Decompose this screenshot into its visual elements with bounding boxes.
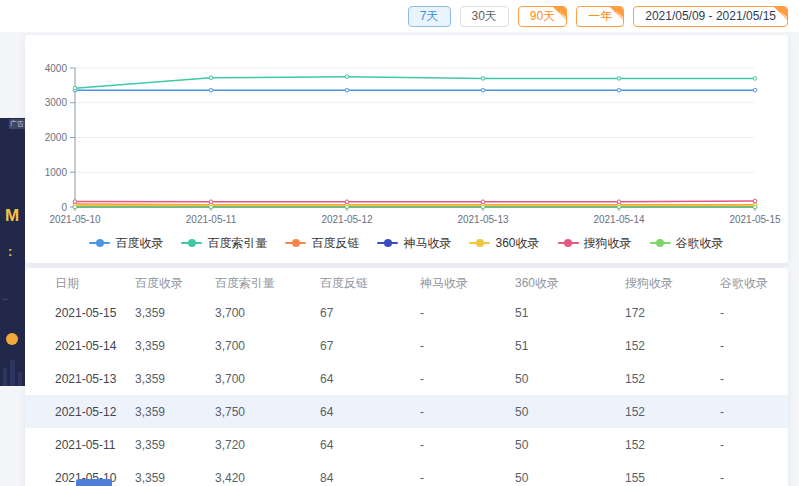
table-cell: 152: [625, 438, 720, 452]
table-cell: 3,359: [135, 438, 215, 452]
data-point: [345, 88, 349, 92]
table-cell: -: [420, 372, 515, 386]
table-cell: 3,359: [135, 372, 215, 386]
table-header-cell: 搜狗收录: [625, 275, 720, 292]
table-cell: 152: [625, 405, 720, 419]
legend-item-360收录[interactable]: 360收录: [469, 235, 539, 252]
data-point: [73, 86, 77, 90]
table-cell: 50: [515, 405, 625, 419]
ad-tag-label: 广告: [9, 119, 25, 129]
series-line-百度索引量: [75, 77, 755, 88]
ad-text-fragment: …: [2, 294, 9, 301]
side-ad-banner[interactable]: 广告 M : …: [0, 118, 25, 386]
legend-label: 谷歌收录: [676, 235, 724, 252]
range-button-90d[interactable]: 90天 VIP: [518, 6, 567, 27]
legend-item-谷歌收录[interactable]: 谷歌收录: [650, 235, 724, 252]
data-point: [481, 77, 485, 81]
ad-text-fragment: :: [8, 244, 12, 259]
table-cell: 152: [625, 339, 720, 353]
legend-marker-icon: [285, 239, 306, 247]
data-point: [209, 76, 213, 80]
data-point: [209, 200, 213, 204]
table-header-cell: 百度反链: [320, 275, 420, 292]
bottom-cutoff-button[interactable]: [76, 479, 112, 486]
table-cell: -: [720, 339, 788, 353]
table-cell: 51: [515, 306, 625, 320]
data-point: [617, 200, 621, 204]
legend-marker-icon: [89, 239, 110, 247]
legend-label: 360收录: [495, 235, 539, 252]
x-axis-label: 2021-05-11: [186, 214, 237, 225]
legend-label: 百度索引量: [207, 235, 267, 252]
range-button-1y[interactable]: 一年 VIP: [576, 6, 624, 27]
index-trend-chart-card: 010002000300040002021-05-102021-05-11202…: [25, 35, 788, 263]
data-point: [753, 205, 757, 209]
x-axis-label: 2021-05-14: [593, 214, 645, 225]
table-cell: 172: [625, 306, 720, 320]
legend-marker-icon: [181, 239, 202, 247]
ad-building-shape: [3, 368, 7, 386]
table-cell: 51: [515, 339, 625, 353]
table-row[interactable]: 2021-05-153,3593,70067-51172-: [25, 296, 788, 329]
legend-label: 百度收录: [115, 235, 163, 252]
legend-marker-icon: [650, 239, 671, 247]
table-cell: 3,700: [215, 372, 320, 386]
vip-ribbon-icon: VIP: [609, 6, 624, 21]
table-header-cell: 百度收录: [135, 275, 215, 292]
table-cell: 155: [625, 471, 720, 485]
legend-item-搜狗收录[interactable]: 搜狗收录: [558, 235, 632, 252]
data-point: [73, 205, 77, 209]
range-button-30d[interactable]: 30天: [460, 6, 509, 27]
table-row[interactable]: 2021-05-123,3593,75064-50152-: [25, 395, 788, 428]
table-row[interactable]: 2021-05-113,3593,72064-50152-: [25, 428, 788, 461]
table-cell: 64: [320, 405, 420, 419]
data-point: [753, 77, 757, 81]
x-axis-label: 2021-05-10: [49, 214, 101, 225]
series-line-搜狗收录: [75, 201, 755, 202]
ad-building-shape: [10, 360, 15, 386]
legend-item-百度反链[interactable]: 百度反链: [285, 235, 359, 252]
table-row[interactable]: 2021-05-133,3593,70064-50152-: [25, 362, 788, 395]
data-point: [753, 199, 757, 203]
legend-label: 搜狗收录: [584, 235, 632, 252]
legend-label: 百度反链: [311, 235, 359, 252]
table-cell: 64: [320, 438, 420, 452]
table-cell: -: [420, 471, 515, 485]
x-axis-label: 2021-05-12: [321, 214, 373, 225]
date-range-value: 2021/05/09 - 2021/05/15: [645, 9, 776, 23]
vip-ribbon-icon: VIP: [773, 6, 788, 21]
range-button-7d[interactable]: 7天: [408, 6, 451, 27]
table-cell: 3,359: [135, 471, 215, 485]
table-cell: -: [420, 339, 515, 353]
x-axis-label: 2021-05-15: [729, 214, 781, 225]
table-cell: 3,700: [215, 306, 320, 320]
table-cell: 3,420: [215, 471, 320, 485]
legend-item-神马收录[interactable]: 神马收录: [377, 235, 451, 252]
legend-marker-icon: [377, 239, 398, 247]
table-cell: -: [420, 405, 515, 419]
table-cell: 152: [625, 372, 720, 386]
legend-item-百度索引量[interactable]: 百度索引量: [181, 235, 267, 252]
table-cell: 84: [320, 471, 420, 485]
table-row[interactable]: 2021-05-143,3593,70067-51152-: [25, 329, 788, 362]
data-point: [617, 205, 621, 209]
table-row[interactable]: 2021-05-103,3593,42084-50155-: [25, 461, 788, 486]
legend-item-百度收录[interactable]: 百度收录: [89, 235, 163, 252]
table-cell: 50: [515, 471, 625, 485]
table-cell: -: [720, 306, 788, 320]
table-cell: -: [720, 438, 788, 452]
data-point: [209, 205, 213, 209]
table-cell: 3,720: [215, 438, 320, 452]
data-point: [617, 88, 621, 92]
index-data-table-card: 日期百度收录百度索引量百度反链神马收录360收录搜狗收录谷歌收录2021-05-…: [25, 268, 788, 486]
table-header-cell: 百度索引量: [215, 275, 320, 292]
date-range-picker[interactable]: 2021/05/09 - 2021/05/15 VIP: [633, 6, 788, 27]
x-axis-label: 2021-05-13: [457, 214, 509, 225]
table-cell: 50: [515, 438, 625, 452]
data-point: [753, 88, 757, 92]
legend-marker-icon: [558, 239, 579, 247]
ad-building-shape: [18, 372, 22, 386]
y-axis-label: 1000: [45, 167, 68, 178]
y-axis-label: 2000: [45, 132, 68, 143]
table-header-cell: 神马收录: [420, 275, 515, 292]
